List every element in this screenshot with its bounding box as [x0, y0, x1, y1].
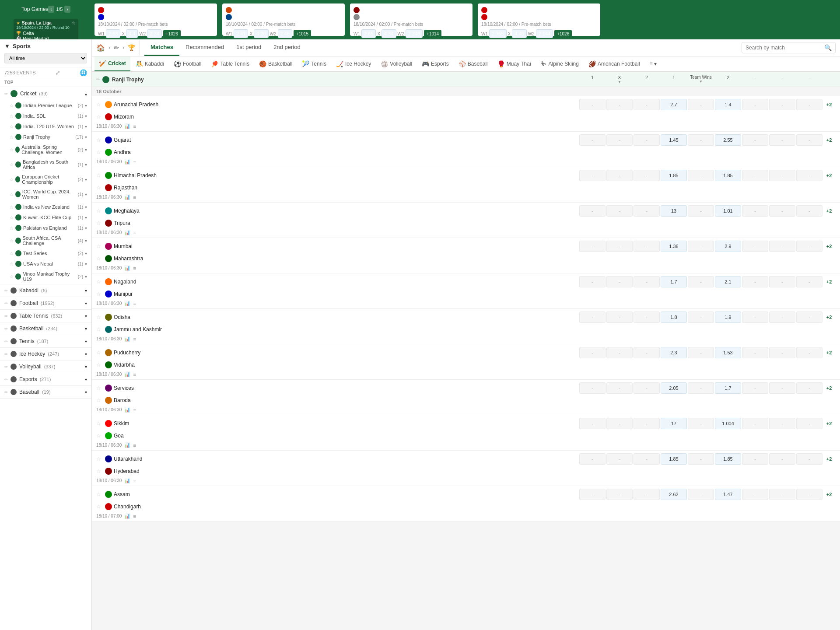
- chart-icon[interactable]: 📊: [124, 301, 130, 306]
- list-icon[interactable]: ≡: [133, 407, 136, 413]
- league-chevron[interactable]: ▾: [85, 215, 87, 220]
- fav-star-1[interactable]: ☆: [96, 491, 103, 497]
- sport-tab-more[interactable]: ≡ ▾: [645, 57, 661, 70]
- chart-icon[interactable]: 📊: [124, 265, 130, 271]
- league-chevron[interactable]: ▾: [85, 135, 87, 140]
- league-chevron[interactable]: ▾: [85, 147, 87, 152]
- list-icon[interactable]: ≡: [133, 514, 136, 519]
- fav-star-2[interactable]: ☆: [96, 256, 103, 262]
- fav-star-1[interactable]: ☆: [96, 137, 103, 143]
- mc4-w2[interactable]: 2.144: [536, 29, 553, 38]
- fav-star-1[interactable]: ☆: [96, 456, 103, 462]
- fav-star-1[interactable]: ☆: [96, 172, 103, 178]
- mc4-x[interactable]: 4.46: [512, 29, 526, 38]
- trophy-icon[interactable]: 🏆: [128, 44, 135, 51]
- fav-star-1[interactable]: ☆: [96, 385, 103, 391]
- league-item[interactable]: ☆ Ranji Trophy (17) ▾: [0, 132, 91, 142]
- mc1-x[interactable]: 4.4: [126, 29, 138, 38]
- league-chevron[interactable]: ▾: [85, 124, 87, 129]
- league-fav-icon[interactable]: ☆: [10, 147, 14, 152]
- league-chevron[interactable]: ▾: [85, 238, 87, 243]
- odds-cell-5[interactable]: 1.85: [715, 170, 741, 181]
- sport-chevron[interactable]: ▾: [85, 301, 87, 306]
- league-fav-icon[interactable]: ☆: [10, 215, 14, 220]
- sport-tab-tennis[interactable]: 🎾Tennis: [298, 57, 331, 71]
- league-fav-icon[interactable]: ☆: [10, 103, 14, 108]
- odds-cell-3[interactable]: 1.36: [661, 241, 687, 252]
- league-fav-icon[interactable]: ☆: [10, 114, 14, 119]
- more-markets-btn[interactable]: +2: [822, 456, 836, 462]
- odds-cell-3[interactable]: 1.85: [661, 453, 687, 465]
- odds-cell-3[interactable]: 2.05: [661, 382, 687, 394]
- mc2-w1[interactable]: 2.41: [234, 29, 248, 38]
- sport-tab-alpine-skiing[interactable]: ⛷Alpine Skiing: [536, 57, 583, 71]
- league-fav-icon[interactable]: ☆: [10, 262, 14, 266]
- home-icon[interactable]: 🏠: [96, 44, 105, 52]
- fav-star-1[interactable]: ☆: [96, 314, 103, 320]
- list-icon[interactable]: ≡: [133, 301, 136, 306]
- list-icon[interactable]: ≡: [133, 372, 136, 377]
- chart-icon[interactable]: 📊: [124, 371, 130, 377]
- mc1-w1[interactable]: 2.63: [106, 29, 120, 38]
- league-chevron[interactable]: ▾: [85, 162, 87, 167]
- chart-icon[interactable]: 📊: [124, 442, 130, 448]
- tab-recommended[interactable]: Recommended: [179, 39, 230, 56]
- sport-chevron[interactable]: ▾: [85, 314, 87, 318]
- globe-icon[interactable]: 🌐: [80, 69, 87, 76]
- mc3-w2[interactable]: 2.248: [406, 29, 423, 38]
- list-icon[interactable]: ≡: [133, 159, 136, 164]
- odds-cell-5[interactable]: 1.53: [715, 347, 741, 358]
- fav-star-2[interactable]: ☆: [96, 149, 103, 155]
- expand-all[interactable]: ⤢: [55, 69, 60, 76]
- league-chevron[interactable]: ▾: [85, 251, 87, 256]
- list-icon[interactable]: ≡: [133, 478, 136, 483]
- chart-icon[interactable]: 📊: [124, 230, 130, 235]
- league-item[interactable]: ☆ India. T20 U19. Women (1) ▾: [0, 121, 91, 132]
- league-item[interactable]: ☆ India. SDL (1) ▾: [0, 111, 91, 121]
- odds-cell-5[interactable]: 1.4: [715, 99, 741, 110]
- fav-star-1[interactable]: ☆: [96, 420, 103, 427]
- league-item[interactable]: ☆ Vinoo Mankad Trophy U19 (2) ▾: [0, 269, 91, 284]
- chart-icon[interactable]: 📊: [124, 194, 130, 200]
- cricket-header[interactable]: ✏ Cricket (39) ▴: [0, 87, 91, 100]
- odds-cell-3[interactable]: 2.7: [661, 99, 687, 110]
- fav-star-2[interactable]: ☆: [96, 114, 103, 120]
- sport-tab-cricket[interactable]: 🏏Cricket: [94, 56, 130, 71]
- search-box[interactable]: 🔍: [742, 42, 836, 53]
- league-chevron[interactable]: ▾: [85, 262, 87, 266]
- league-fav-icon[interactable]: ☆: [10, 238, 14, 243]
- sport-chevron[interactable]: ▾: [85, 364, 87, 369]
- list-icon[interactable]: ≡: [133, 230, 136, 235]
- sport-tab-volleyball[interactable]: 🏐Volleyball: [376, 57, 416, 71]
- fav-star-2[interactable]: ☆: [96, 504, 103, 510]
- tab-2nd-period[interactable]: 2nd period: [267, 39, 306, 56]
- top-games-next[interactable]: ›: [64, 6, 70, 13]
- odds-cell-3[interactable]: 1.8: [661, 312, 687, 323]
- sport-header[interactable]: ✏ Table Tennis (632) ▾: [0, 310, 91, 322]
- fav-star-1[interactable]: ☆: [96, 279, 103, 285]
- more-markets-btn[interactable]: +2: [822, 173, 836, 178]
- league-item[interactable]: ☆ Australia. Spring Challenge. Women (2)…: [0, 142, 91, 157]
- fav-star-1[interactable]: ☆: [96, 243, 103, 249]
- league-item[interactable]: ☆ Kuwait. KCC Elite Cup (1) ▾: [0, 212, 91, 223]
- fav-star-2[interactable]: ☆: [96, 433, 103, 439]
- league-fav-icon[interactable]: ☆: [10, 205, 14, 210]
- list-icon[interactable]: ≡: [133, 336, 136, 342]
- fav-star-1[interactable]: ☆: [96, 102, 103, 108]
- sport-tab-american-football[interactable]: 🏈American Football: [584, 57, 644, 71]
- sport-chevron[interactable]: ▾: [85, 377, 87, 382]
- league-item[interactable]: ☆ Test Series (2) ▾: [0, 248, 91, 259]
- more-markets-btn[interactable]: +2: [822, 279, 836, 284]
- tab-matches[interactable]: Matches: [144, 39, 179, 56]
- league-chevron[interactable]: ▾: [85, 192, 87, 197]
- cricket-chevron[interactable]: ▴: [85, 91, 87, 96]
- sport-chevron[interactable]: ▾: [85, 326, 87, 331]
- odds-cell-5[interactable]: 2.1: [715, 276, 741, 287]
- fav-btn[interactable]: ☆: [72, 21, 76, 25]
- mc4-w1[interactable]: 2.755: [489, 29, 507, 38]
- more-markets-btn[interactable]: +2: [822, 315, 836, 320]
- chart-icon[interactable]: 📊: [124, 478, 130, 483]
- league-fav-icon[interactable]: ☆: [10, 192, 14, 197]
- odds-cell-3[interactable]: 13: [661, 205, 687, 217]
- sport-tab-esports[interactable]: 🎮Esports: [417, 57, 453, 71]
